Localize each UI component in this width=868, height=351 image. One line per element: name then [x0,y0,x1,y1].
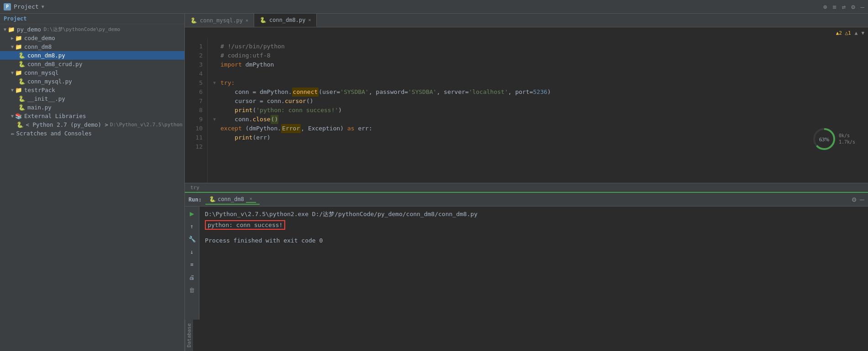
paren-open: ( [319,88,322,97]
run-exit-text: Process finished with exit code 0 [205,237,863,244]
tree-file-main[interactable]: 🐍 main.py [0,103,184,112]
paren-cursor: () [306,97,314,106]
tab-conn-dm8[interactable]: 🐍 conn_dm8.py ✕ [254,14,317,27]
tab-conn-mysql[interactable]: 🐍 conn_mysql.py ✕ [185,14,254,27]
tabs-bar: 🐍 conn_mysql.py ✕ 🐍 conn_dm8.py ✕ [185,14,868,27]
editor-content: 1 2 3 4 5 6 7 8 9 10 11 12 [185,38,868,183]
sidebar-header: Project [0,14,184,24]
cls-exception: Exception [308,124,340,133]
down-speed: 0k/s [839,133,855,139]
main-layout: Project ▼ 📁 py_demo D:\达梦\pythonCode\py_… [0,14,868,351]
conn-dm8-py-label: conn_dm8.py [27,52,65,59]
close-run-tab[interactable]: ✕ [246,195,256,203]
expand-arrow-conn-dm8: ▼ [11,44,14,49]
bracket-close: () [271,115,279,124]
conn-dm8-crud-label: conn_dm8_crud.py [27,61,82,67]
minimize-icon[interactable]: — [861,3,864,10]
fn-close: close [252,115,270,124]
run-trash-btn[interactable]: 🗑 [187,285,197,295]
tree-file-conn-dm8-crud[interactable]: 🐍 conn_dm8_crud.py [0,60,184,68]
code-line-7: cursor = conn. cursor () [213,97,868,106]
comma2: , [437,88,444,97]
python27-label: < Python 2.7 (py_demo) > [26,121,108,128]
run-up-btn[interactable]: ↑ [187,221,197,231]
breadcrumb-try[interactable]: try [188,185,201,191]
up-arrow-icon[interactable]: ▲ [855,30,858,36]
down-arrow-icon[interactable]: ▼ [861,30,864,36]
num-port: 5236 [533,88,547,97]
close-tab-mysql[interactable]: ✕ [246,18,248,23]
sidebar: Project ▼ 📁 py_demo D:\达梦\pythonCode\py_… [0,14,185,351]
title-bar-icons: ⊕ ≡ ⇄ ⚙ — [823,3,864,10]
run-output: D:\Python_v\2.7.5\python2.exe D:/达梦/pyth… [199,206,868,320]
tree-file-conn-dm8-py[interactable]: 🐍 conn_dm8.py [0,51,184,60]
tree-file-init[interactable]: 🐍 __init__.py [0,94,184,103]
code-lines[interactable]: # !/usr/bin/python # coding:utf-8 import… [208,38,868,183]
folder-icon-testrpack: 📁 [15,87,22,93]
tree-root[interactable]: ▼ 📁 py_demo D:\达梦\pythonCode\py_demo [0,25,184,34]
comma1: , [369,88,376,97]
run-lines-btn[interactable]: ≡ [187,259,197,269]
space-10: ( [242,124,249,133]
tree-python27[interactable]: 🐍 < Python 2.7 (py_demo) > D:\Python_v\2… [0,120,184,129]
run-play-btn[interactable]: ▶ [187,208,197,218]
settings-icon[interactable]: ⚙ [851,3,855,10]
line-num-10: 10 [185,124,207,133]
folder-icon: 📁 [8,26,15,33]
run-tab[interactable]: 🐍 conn_dm8 ✕ [205,194,260,205]
line-num-5: 5 [185,78,207,88]
tree-file-conn-mysql-py[interactable]: 🐍 conn_mysql.py [0,77,184,86]
run-down-btn[interactable]: ↓ [187,247,197,257]
code-line-4 [213,69,868,78]
indent-8 [220,106,235,115]
right-panel-label[interactable]: Database [185,321,194,349]
line-num-3: 3 [185,60,207,69]
line-num-2: 2 [185,51,207,60]
tree-folder-code-demo[interactable]: ▶ 📁 code_demo [0,34,184,42]
python27-path: D:\Python_v\2.7.5\python [110,122,183,128]
run-toolbar: ▶ ↑ 🔧 ↓ ≡ 🖨 🗑 [185,206,199,320]
ext-libs-label: External Libraries [24,113,86,119]
tree-external-libs[interactable]: ▼ 📚 External Libraries [0,112,184,120]
warning-badge[interactable]: ▲2 △1 [836,30,851,36]
sync-icon[interactable]: ⇄ [842,3,846,10]
main-py-label: main.py [27,104,52,111]
close-tab-dm8[interactable]: ✕ [308,17,311,22]
tree-folder-testrpack[interactable]: ▼ 📁 testrPack [0,86,184,94]
title-bar: P Project ▼ ⊕ ≡ ⇄ ⚙ — [0,0,868,14]
paren-print-8: ( [252,106,256,115]
editor-topbar: ▲2 △1 ▲ ▼ [185,27,868,38]
tree-scratches[interactable]: ✏️ Scratches and Consoles [0,129,184,138]
sidebar-title: Project [4,15,27,22]
run-command: D:\Python_v\2.7.5\python2.exe D:/达梦/pyth… [205,210,863,218]
op-eq2: = [256,97,267,106]
run-wrench-btn[interactable]: 🔧 [187,234,197,244]
fold-9[interactable]: ▼ [213,115,219,124]
new-file-icon[interactable]: ⊕ [823,3,827,10]
title-bar-arrow[interactable]: ▼ [42,4,44,9]
expand-arrow-ext: ▼ [11,114,14,119]
line-num-8: 8 [185,106,207,115]
expand-arrow-code-demo: ▶ [11,36,14,41]
run-minimize-icon[interactable]: — [860,195,864,204]
testrpack-label: testrPack [24,87,55,93]
code-line-9: ▼ conn. close () [213,115,868,124]
code-line-1: # !/usr/bin/python [213,42,868,51]
tree-folder-conn-dm8[interactable]: ▼ 📁 conn_dm8 [0,42,184,51]
py-tab-icon-mysql: 🐍 [190,17,197,24]
project-icon: P [4,3,11,10]
scratches-icon: ✏️ [11,130,15,137]
structure-icon[interactable]: ≡ [832,3,836,10]
network-indicator: 63% 0k/s 1.7k/s [812,127,855,151]
run-settings-icon[interactable]: ⚙ [852,195,857,204]
tree-folder-conn-mysql[interactable]: ▼ 📁 conn_mysql [0,68,184,77]
fn-cursor: cursor [285,97,306,106]
run-print-btn[interactable]: 🖨 [187,272,197,282]
code-line-2: # coding:utf-8 [213,51,868,60]
conn-mysql-folder-label: conn_mysql [24,69,58,76]
py-tab-icon-dm8: 🐍 [260,17,267,23]
conn-dm8-folder-label: conn_dm8 [24,43,52,50]
var-err: err: [355,124,372,133]
fold-5[interactable]: ▼ [213,78,219,88]
init-py-label: __init__.py [27,95,65,102]
